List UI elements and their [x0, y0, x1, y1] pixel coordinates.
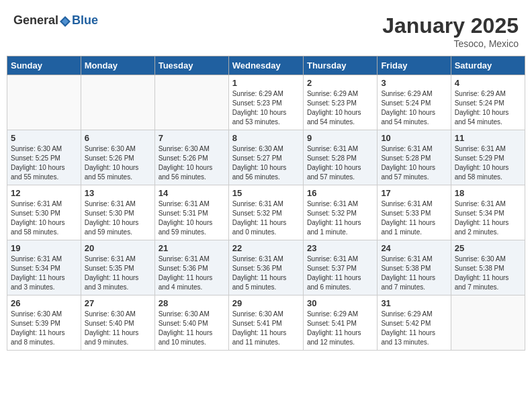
calendar-cell: 24Sunrise: 6:31 AM Sunset: 5:38 PM Dayli…: [378, 240, 451, 295]
day-number: 24: [381, 243, 447, 253]
calendar-cell: 7Sunrise: 6:30 AM Sunset: 5:26 PM Daylig…: [154, 130, 228, 185]
day-number: 3: [381, 78, 447, 88]
day-info: Sunrise: 6:30 AM Sunset: 5:25 PM Dayligh…: [11, 144, 77, 182]
page-header: General Blue January 2025 Tesoco, Mexico: [7, 7, 525, 52]
calendar-cell: [451, 295, 525, 351]
day-info: Sunrise: 6:31 AM Sunset: 5:32 PM Dayligh…: [307, 199, 373, 237]
day-number: 8: [232, 133, 300, 143]
calendar-cell: 20Sunrise: 6:31 AM Sunset: 5:35 PM Dayli…: [81, 240, 154, 295]
day-info: Sunrise: 6:31 AM Sunset: 5:37 PM Dayligh…: [307, 255, 373, 292]
calendar-week-row: 26Sunrise: 6:30 AM Sunset: 5:39 PM Dayli…: [7, 295, 525, 351]
day-number: 19: [11, 243, 77, 253]
calendar-cell: 29Sunrise: 6:30 AM Sunset: 5:41 PM Dayli…: [228, 295, 303, 351]
calendar-cell: 5Sunrise: 6:30 AM Sunset: 5:25 PM Daylig…: [7, 130, 81, 185]
day-info: Sunrise: 6:29 AM Sunset: 5:23 PM Dayligh…: [307, 89, 373, 127]
calendar-cell: 18Sunrise: 6:31 AM Sunset: 5:34 PM Dayli…: [451, 185, 525, 240]
day-info: Sunrise: 6:30 AM Sunset: 5:26 PM Dayligh…: [85, 144, 151, 182]
calendar-cell: 8Sunrise: 6:30 AM Sunset: 5:27 PM Daylig…: [228, 130, 303, 185]
weekday-header-saturday: Saturday: [451, 56, 525, 75]
day-number: 26: [11, 298, 77, 308]
day-info: Sunrise: 6:31 AM Sunset: 5:32 PM Dayligh…: [232, 199, 300, 237]
logo-blue: Blue: [72, 13, 98, 27]
day-number: 22: [232, 243, 300, 253]
day-info: Sunrise: 6:30 AM Sunset: 5:40 PM Dayligh…: [85, 310, 151, 347]
calendar-cell: 16Sunrise: 6:31 AM Sunset: 5:32 PM Dayli…: [303, 185, 377, 240]
calendar-cell: 11Sunrise: 6:31 AM Sunset: 5:29 PM Dayli…: [451, 130, 525, 185]
calendar-cell: 2Sunrise: 6:29 AM Sunset: 5:23 PM Daylig…: [303, 75, 377, 130]
day-number: 21: [159, 243, 225, 253]
day-number: 5: [11, 133, 77, 143]
calendar-cell: 10Sunrise: 6:31 AM Sunset: 5:28 PM Dayli…: [378, 130, 451, 185]
calendar-cell: [7, 75, 81, 130]
location-subtitle: Tesoco, Mexico: [382, 38, 519, 49]
weekday-header-row: SundayMondayTuesdayWednesdayThursdayFrid…: [7, 56, 525, 75]
day-info: Sunrise: 6:31 AM Sunset: 5:28 PM Dayligh…: [381, 144, 447, 182]
day-number: 30: [307, 298, 373, 308]
calendar-cell: [154, 75, 228, 130]
calendar-cell: 4Sunrise: 6:29 AM Sunset: 5:24 PM Daylig…: [451, 75, 525, 130]
day-number: 18: [455, 188, 521, 198]
day-info: Sunrise: 6:29 AM Sunset: 5:42 PM Dayligh…: [381, 310, 447, 347]
calendar-week-row: 19Sunrise: 6:31 AM Sunset: 5:34 PM Dayli…: [7, 240, 525, 295]
calendar-cell: 23Sunrise: 6:31 AM Sunset: 5:37 PM Dayli…: [303, 240, 377, 295]
calendar-cell: 17Sunrise: 6:31 AM Sunset: 5:33 PM Dayli…: [378, 185, 451, 240]
day-info: Sunrise: 6:31 AM Sunset: 5:35 PM Dayligh…: [85, 255, 151, 292]
title-block: January 2025 Tesoco, Mexico: [382, 13, 519, 49]
day-info: Sunrise: 6:30 AM Sunset: 5:41 PM Dayligh…: [232, 310, 300, 347]
day-number: 6: [85, 133, 151, 143]
day-number: 31: [381, 298, 447, 308]
day-number: 29: [232, 298, 300, 308]
day-info: Sunrise: 6:30 AM Sunset: 5:26 PM Dayligh…: [159, 144, 225, 182]
day-info: Sunrise: 6:31 AM Sunset: 5:38 PM Dayligh…: [381, 255, 447, 292]
day-number: 2: [307, 78, 373, 88]
day-info: Sunrise: 6:31 AM Sunset: 5:30 PM Dayligh…: [11, 199, 77, 237]
day-info: Sunrise: 6:29 AM Sunset: 5:24 PM Dayligh…: [455, 89, 521, 127]
day-info: Sunrise: 6:30 AM Sunset: 5:38 PM Dayligh…: [455, 255, 521, 292]
day-number: 17: [381, 188, 447, 198]
calendar-cell: 14Sunrise: 6:31 AM Sunset: 5:31 PM Dayli…: [154, 185, 228, 240]
day-info: Sunrise: 6:31 AM Sunset: 5:30 PM Dayligh…: [85, 199, 151, 237]
day-number: 1: [232, 78, 300, 88]
day-number: 10: [381, 133, 447, 143]
day-info: Sunrise: 6:29 AM Sunset: 5:24 PM Dayligh…: [381, 89, 447, 127]
weekday-header-wednesday: Wednesday: [228, 56, 303, 75]
day-number: 7: [159, 133, 225, 143]
calendar-cell: 3Sunrise: 6:29 AM Sunset: 5:24 PM Daylig…: [378, 75, 451, 130]
calendar-week-row: 12Sunrise: 6:31 AM Sunset: 5:30 PM Dayli…: [7, 185, 525, 240]
day-info: Sunrise: 6:31 AM Sunset: 5:28 PM Dayligh…: [307, 144, 373, 182]
calendar-cell: 21Sunrise: 6:31 AM Sunset: 5:36 PM Dayli…: [154, 240, 228, 295]
weekday-header-friday: Friday: [378, 56, 451, 75]
logo-general: General: [13, 13, 58, 27]
calendar-cell: 27Sunrise: 6:30 AM Sunset: 5:40 PM Dayli…: [81, 295, 154, 351]
day-number: 20: [85, 243, 151, 253]
calendar-cell: 9Sunrise: 6:31 AM Sunset: 5:28 PM Daylig…: [303, 130, 377, 185]
calendar-cell: 15Sunrise: 6:31 AM Sunset: 5:32 PM Dayli…: [228, 185, 303, 240]
day-number: 25: [455, 243, 521, 253]
day-info: Sunrise: 6:29 AM Sunset: 5:41 PM Dayligh…: [307, 310, 373, 347]
weekday-header-sunday: Sunday: [7, 56, 81, 75]
calendar-table: SundayMondayTuesdayWednesdayThursdayFrid…: [7, 56, 525, 351]
day-info: Sunrise: 6:30 AM Sunset: 5:39 PM Dayligh…: [11, 310, 77, 347]
day-info: Sunrise: 6:31 AM Sunset: 5:31 PM Dayligh…: [159, 199, 225, 237]
day-info: Sunrise: 6:31 AM Sunset: 5:34 PM Dayligh…: [455, 199, 521, 237]
calendar-cell: 12Sunrise: 6:31 AM Sunset: 5:30 PM Dayli…: [7, 185, 81, 240]
day-info: Sunrise: 6:29 AM Sunset: 5:23 PM Dayligh…: [232, 89, 300, 127]
day-number: 27: [85, 298, 151, 308]
calendar-cell: 19Sunrise: 6:31 AM Sunset: 5:34 PM Dayli…: [7, 240, 81, 295]
day-info: Sunrise: 6:31 AM Sunset: 5:36 PM Dayligh…: [232, 255, 300, 292]
day-info: Sunrise: 6:31 AM Sunset: 5:29 PM Dayligh…: [455, 144, 521, 182]
logo: General Blue: [13, 13, 98, 28]
calendar-cell: 6Sunrise: 6:30 AM Sunset: 5:26 PM Daylig…: [81, 130, 154, 185]
day-info: Sunrise: 6:31 AM Sunset: 5:33 PM Dayligh…: [381, 199, 447, 237]
day-number: 16: [307, 188, 373, 198]
weekday-header-monday: Monday: [81, 56, 154, 75]
day-info: Sunrise: 6:31 AM Sunset: 5:34 PM Dayligh…: [11, 255, 77, 292]
month-title: January 2025: [382, 13, 519, 38]
calendar-cell: [81, 75, 154, 130]
weekday-header-tuesday: Tuesday: [154, 56, 228, 75]
calendar-cell: 30Sunrise: 6:29 AM Sunset: 5:41 PM Dayli…: [303, 295, 377, 351]
calendar-week-row: 5Sunrise: 6:30 AM Sunset: 5:25 PM Daylig…: [7, 130, 525, 185]
day-number: 12: [11, 188, 77, 198]
day-number: 15: [232, 188, 300, 198]
calendar-week-row: 1Sunrise: 6:29 AM Sunset: 5:23 PM Daylig…: [7, 75, 525, 130]
